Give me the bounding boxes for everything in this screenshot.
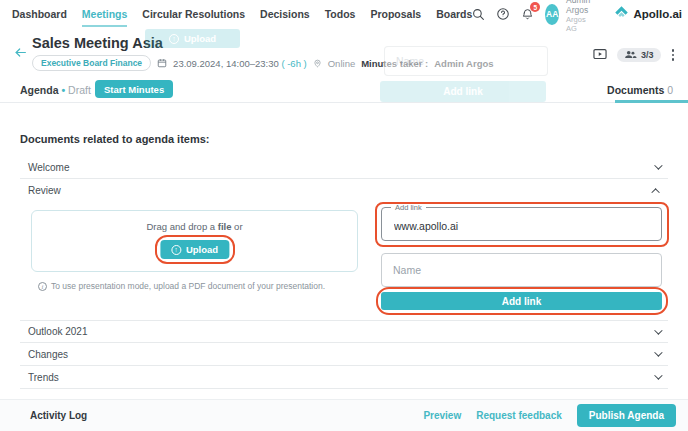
publish-agenda-button[interactable]: Publish Agenda [577, 404, 676, 427]
apollo-logo-icon [614, 5, 629, 23]
brand-name: Apollo.ai [633, 8, 682, 20]
nav-item-dashboard[interactable]: Dashboard [12, 8, 67, 20]
calendar-icon [157, 58, 167, 68]
top-nav: Dashboard Meetings Circular Resolutions … [0, 0, 688, 28]
agenda-item-trends[interactable]: Trends [20, 366, 668, 389]
section-title: Documents related to agenda items: [20, 133, 210, 145]
presentation-note: i To use presentation mode, upload a PDF… [38, 281, 325, 291]
presentation-mode-icon[interactable] [592, 48, 608, 62]
agenda-item-outlook-2021[interactable]: Outlook 2021 [20, 320, 668, 343]
kebab-menu-icon[interactable] [670, 47, 677, 63]
group-badge[interactable]: Executive Board Finance [32, 55, 151, 71]
agenda-item-label: Trends [28, 372, 59, 383]
agenda-status-dot: • [61, 84, 65, 96]
chevron-down-icon[interactable] [654, 371, 662, 379]
upload-button[interactable]: ↑ Upload [160, 240, 229, 259]
meeting-datetime: 23.09.2024, 14:00–23:30 ( -6h ) [173, 58, 307, 69]
minutes-taker-name: Admin Argos [434, 58, 493, 69]
location-pin-icon [313, 58, 322, 69]
file-dropzone[interactable]: Drag and drop a file or ↑ Upload [31, 210, 358, 272]
back-arrow-icon[interactable] [13, 45, 28, 63]
tab-documents[interactable]: Documents 0 [607, 84, 673, 96]
link-url-field[interactable]: Add link [381, 207, 662, 241]
agenda-item-changes[interactable]: Changes [20, 343, 668, 366]
timezone-offset: ( -6h ) [281, 58, 306, 69]
brand: Apollo.ai [614, 5, 682, 23]
start-minutes-button[interactable]: Start Minutes [95, 80, 173, 98]
review-expanded-panel: Drag and drop a file or ↑ Upload i To us… [20, 202, 668, 320]
dropzone-text: Drag and drop a file or [32, 221, 357, 232]
search-icon[interactable] [472, 8, 485, 21]
agenda-label: Agenda [20, 84, 59, 96]
info-icon: i [38, 282, 47, 291]
documents-count: 0 [667, 84, 673, 96]
link-name-input[interactable] [381, 253, 662, 287]
avatar[interactable]: AA [545, 4, 559, 25]
main-nav: Dashboard Meetings Circular Resolutions … [12, 8, 472, 20]
agenda-status: Draft [68, 84, 91, 96]
agenda-item-label: Outlook 2021 [28, 326, 88, 337]
agenda-item-welcome[interactable]: Welcome [20, 156, 668, 179]
footer-bar: Activity Log Preview Request feedback Pu… [0, 399, 688, 431]
agenda-item-label: Welcome [28, 162, 70, 173]
nav-item-decisions[interactable]: Decisions [260, 8, 310, 20]
nav-item-proposals[interactable]: Proposals [370, 8, 421, 20]
meeting-location: Online [328, 58, 355, 69]
preview-link[interactable]: Preview [423, 410, 461, 421]
tab-bar: Agenda • Draft Start Minutes Documents 0 [0, 76, 688, 103]
people-icon [624, 50, 637, 59]
user-org: Argos AG [566, 15, 597, 33]
link-url-input[interactable] [383, 214, 660, 238]
user-info[interactable]: Admin Argos Argos AG [566, 0, 597, 33]
notifications-bell-icon[interactable]: 5 [521, 7, 534, 21]
nav-item-boards[interactable]: Boards [436, 8, 472, 20]
add-link-form: Add link Add link [381, 202, 662, 320]
presentation-note-text: To use presentation mode, upload a PDF d… [51, 281, 325, 291]
chevron-down-icon[interactable] [654, 348, 662, 356]
tab-agenda[interactable]: Agenda • Draft [20, 84, 91, 96]
chevron-down-icon[interactable] [654, 326, 662, 334]
notification-badge: 5 [530, 2, 540, 12]
nav-item-circular-resolutions[interactable]: Circular Resolutions [142, 8, 245, 20]
request-feedback-link[interactable]: Request feedback [476, 410, 562, 421]
attendance-pill[interactable]: 3/3 [617, 48, 661, 62]
nav-item-meetings[interactable]: Meetings [82, 8, 128, 20]
activity-log-button[interactable]: Activity Log [30, 410, 87, 421]
chevron-up-icon[interactable] [651, 188, 659, 196]
meeting-meta: Executive Board Finance 23.09.2024, 14:0… [32, 55, 494, 71]
minutes-taker-label: Minutes taker : [361, 58, 428, 69]
agenda-item-label: Review [28, 185, 61, 196]
agenda-item-review[interactable]: Review [20, 179, 668, 202]
active-tab-underline [615, 100, 688, 103]
top-nav-right: 5 AA Admin Argos Argos AG Apollo.ai [472, 0, 682, 33]
app-root: Dashboard Meetings Circular Resolutions … [0, 0, 688, 431]
attendance-count: 3/3 [641, 50, 654, 60]
header-actions: 3/3 [592, 47, 676, 63]
page-title: Sales Meeting Asia [32, 35, 163, 51]
documents-label: Documents [607, 84, 664, 96]
meeting-header: Sales Meeting Asia Executive Board Finan… [0, 28, 688, 76]
help-icon[interactable] [496, 7, 510, 21]
link-url-field-label: Add link [391, 203, 426, 212]
add-link-button[interactable]: Add link [381, 292, 662, 310]
upload-arrow-icon: ↑ [171, 245, 181, 255]
footer-actions: Preview Request feedback Publish Agenda [423, 404, 676, 427]
nav-item-todos[interactable]: Todos [325, 8, 356, 20]
user-name: Admin Argos [566, 0, 597, 15]
upload-button-label: Upload [186, 244, 218, 255]
chevron-down-icon[interactable] [654, 161, 662, 169]
agenda-item-label: Changes [28, 349, 68, 360]
